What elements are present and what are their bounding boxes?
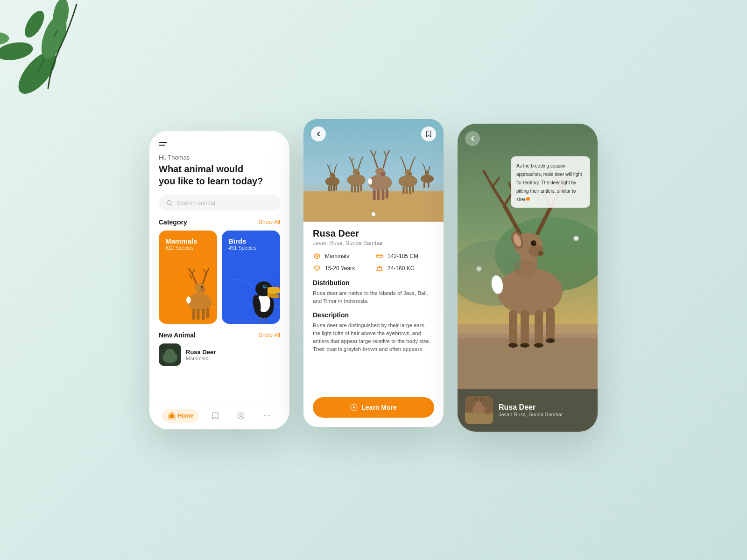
phone-ar-view: As the breeding season approaches, male …: [458, 124, 598, 432]
svg-line-16: [171, 204, 172, 205]
svg-point-20: [200, 287, 205, 292]
stat-size: 142-185 CM: [375, 252, 434, 260]
new-animal-info: Rusa Deer Mammals: [186, 349, 216, 361]
nav-more[interactable]: [257, 409, 277, 423]
svg-point-118: [314, 255, 315, 256]
svg-rect-91: [377, 190, 380, 200]
bookmark-nav-icon: [211, 412, 219, 420]
ar-back-icon: [470, 136, 475, 141]
nav-explore[interactable]: [231, 409, 251, 423]
bottom-nav: Home: [149, 404, 289, 429]
animal-thumb-image: [159, 343, 181, 366]
ar-animal-thumbnail: [465, 396, 493, 424]
bookmark-button[interactable]: [421, 126, 436, 141]
stat-type-label: Mammals: [325, 253, 349, 259]
explore-nav-icon: [237, 412, 245, 420]
stat-weight-label: 74-160 KG: [388, 265, 415, 272]
svg-point-151: [514, 260, 537, 277]
svg-rect-152: [509, 310, 517, 345]
new-animal-show-all[interactable]: Show All: [259, 332, 280, 338]
category-show-all[interactable]: Show All: [259, 219, 280, 225]
birds-count: 451 Species: [228, 245, 274, 251]
stat-weight: 74-160 KG: [375, 264, 434, 273]
svg-rect-113: [423, 182, 425, 188]
svg-rect-65: [333, 186, 335, 191]
deer-illustration: [180, 259, 217, 324]
svg-rect-104: [406, 187, 408, 194]
svg-line-23: [192, 269, 195, 273]
svg-point-6: [0, 32, 9, 45]
ruler-icon: [375, 252, 384, 260]
image-indicator-dot: [372, 212, 375, 216]
back-button[interactable]: [311, 126, 326, 141]
svg-point-98: [409, 173, 412, 175]
svg-rect-78: [357, 185, 359, 192]
phone-home: Hi, Thomas What animal wouldyou like to …: [149, 131, 289, 429]
menu-button[interactable]: [159, 142, 167, 146]
svg-rect-92: [381, 190, 384, 200]
svg-rect-63: [328, 186, 330, 191]
svg-point-44: [165, 349, 175, 357]
new-animal-card[interactable]: Rusa Deer Mammals: [159, 343, 280, 366]
category-cards: Mammals 812 Species: [149, 231, 289, 331]
svg-line-24: [190, 274, 192, 279]
category-label: Category: [159, 218, 187, 226]
new-animal-name: Rusa Deer: [186, 349, 216, 356]
home-nav-label: Home: [178, 413, 193, 419]
description-text: Rusa deer are distinguished by their lar…: [313, 322, 434, 354]
learn-more-button[interactable]: Learn More: [313, 397, 434, 418]
page-title: What animal wouldyou like to learn today…: [149, 163, 289, 195]
weight-icon: [375, 264, 384, 273]
svg-point-119: [319, 255, 320, 256]
nav-home[interactable]: Home: [162, 409, 199, 423]
svg-point-116: [315, 254, 317, 255]
nav-bookmark[interactable]: [205, 409, 225, 423]
new-animal-header: New Animal Show All: [159, 331, 280, 339]
mammals-count: 812 Species: [165, 245, 211, 251]
svg-line-40: [259, 317, 261, 323]
svg-rect-105: [409, 187, 411, 194]
svg-rect-114: [428, 182, 430, 188]
svg-rect-76: [351, 185, 353, 192]
ar-back-button[interactable]: [465, 131, 480, 146]
search-placeholder: Search animal: [176, 199, 215, 206]
animal-name: Rusa Deer: [313, 228, 434, 239]
svg-point-70: [357, 172, 360, 175]
svg-rect-29: [197, 309, 200, 320]
svg-point-168: [484, 409, 491, 415]
svg-line-22: [189, 268, 192, 273]
search-bar[interactable]: Search animal: [159, 195, 280, 211]
ar-thumb-image: [465, 396, 493, 424]
heart-icon: [313, 264, 321, 273]
birds-card[interactable]: Birds 451 Species: [222, 231, 280, 324]
svg-point-38: [264, 285, 266, 287]
home-icon: [168, 412, 176, 420]
svg-line-21: [192, 273, 196, 284]
svg-rect-120: [376, 255, 383, 257]
ar-dot-orange[interactable]: [525, 196, 531, 202]
svg-point-158: [534, 343, 543, 348]
mammals-card[interactable]: Mammals 812 Species: [159, 231, 217, 324]
svg-rect-79: [360, 185, 362, 191]
svg-point-135: [538, 251, 543, 256]
svg-point-32: [186, 296, 190, 303]
animal-stats: Mammals 142-185 CM: [313, 252, 434, 273]
svg-line-41: [265, 317, 267, 323]
ar-dot-gray1[interactable]: [573, 236, 579, 241]
new-animal-label: New Animal: [159, 331, 196, 339]
svg-point-117: [318, 254, 319, 255]
stat-lifespan-label: 15-20 Years: [325, 265, 355, 272]
svg-point-46: [238, 413, 245, 419]
svg-point-156: [508, 343, 518, 348]
svg-rect-103: [402, 187, 404, 194]
ar-dot-gray2[interactable]: [476, 266, 482, 272]
category-section-header: Category Show All: [149, 218, 289, 231]
stat-lifespan: 15-20 Years: [313, 264, 372, 273]
svg-point-115: [316, 255, 318, 257]
svg-point-33: [201, 286, 203, 288]
svg-point-48: [264, 415, 265, 416]
ar-animal-info: Rusa Deer Javan Rusa, Sunda Sambar: [499, 403, 563, 417]
stat-size-label: 142-185 CM: [388, 253, 418, 259]
leaf-decoration-bottom-right: [593, 429, 747, 560]
svg-line-27: [204, 269, 206, 273]
